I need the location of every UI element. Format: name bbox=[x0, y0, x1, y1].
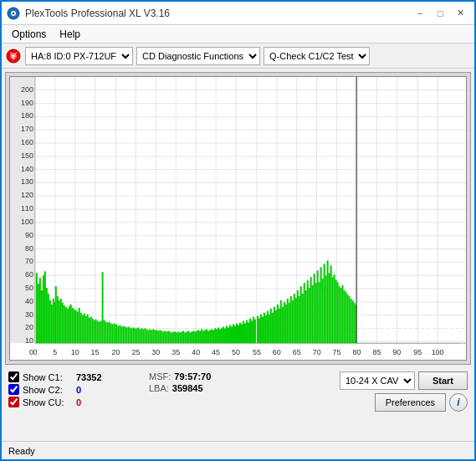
svg-rect-240 bbox=[280, 300, 282, 343]
svg-text:110: 110 bbox=[21, 204, 33, 213]
svg-text:80: 80 bbox=[25, 244, 33, 253]
svg-text:50: 50 bbox=[232, 348, 240, 356]
svg-rect-200 bbox=[212, 330, 214, 343]
drive-selector[interactable]: HA:8 ID:0 PX-712UF bbox=[25, 47, 133, 65]
svg-rect-94 bbox=[38, 284, 39, 343]
svg-rect-186 bbox=[189, 332, 191, 343]
svg-rect-107 bbox=[59, 300, 60, 343]
minimize-button[interactable]: − bbox=[411, 4, 429, 23]
svg-text:150: 150 bbox=[21, 151, 33, 160]
svg-rect-98 bbox=[44, 271, 46, 343]
c1-checkbox[interactable] bbox=[8, 371, 19, 382]
menu-help[interactable]: Help bbox=[53, 27, 87, 42]
svg-rect-246 bbox=[290, 296, 292, 343]
close-button[interactable]: ✕ bbox=[451, 4, 469, 23]
svg-rect-192 bbox=[199, 330, 201, 343]
svg-rect-262 bbox=[317, 270, 319, 343]
svg-rect-116 bbox=[74, 310, 75, 344]
c2-label: Show C2: bbox=[23, 385, 73, 395]
svg-rect-189 bbox=[194, 331, 196, 343]
svg-rect-283 bbox=[352, 300, 354, 343]
svg-rect-110 bbox=[64, 305, 65, 343]
svg-rect-113 bbox=[69, 306, 70, 343]
svg-rect-236 bbox=[274, 307, 275, 343]
svg-text:95: 95 bbox=[413, 348, 422, 356]
svg-rect-201 bbox=[214, 328, 216, 343]
svg-text:100: 100 bbox=[21, 218, 33, 226]
lba-label: LBA: bbox=[149, 383, 169, 393]
svg-text:170: 170 bbox=[21, 125, 33, 133]
svg-rect-278 bbox=[344, 290, 345, 343]
prefs-info-row: Preferences i bbox=[375, 393, 468, 412]
c1-value: 73352 bbox=[76, 372, 102, 382]
svg-rect-181 bbox=[181, 331, 182, 343]
svg-rect-213 bbox=[234, 325, 236, 343]
menu-options[interactable]: Options bbox=[5, 27, 53, 42]
svg-rect-234 bbox=[270, 309, 272, 344]
svg-rect-185 bbox=[187, 330, 189, 343]
test-selector[interactable]: Q-Check C1/C2 Test bbox=[264, 47, 370, 65]
svg-rect-215 bbox=[238, 325, 239, 343]
svg-text:70: 70 bbox=[313, 348, 321, 356]
svg-rect-239 bbox=[279, 309, 280, 344]
preferences-button[interactable]: Preferences bbox=[375, 393, 446, 412]
svg-text:0: 0 bbox=[33, 348, 37, 356]
svg-rect-106 bbox=[57, 296, 59, 343]
svg-rect-177 bbox=[174, 331, 176, 343]
speed-start-row: 10-24 X CAV4 X CLV8 X CLVMaximum Start bbox=[340, 371, 468, 390]
msf-label: MSF: bbox=[149, 371, 171, 382]
svg-rect-218 bbox=[243, 321, 244, 344]
speed-selector[interactable]: 10-24 X CAV4 X CLV8 X CLVMaximum bbox=[340, 371, 415, 390]
svg-rect-176 bbox=[172, 331, 174, 343]
svg-rect-178 bbox=[176, 332, 177, 343]
svg-rect-156 bbox=[139, 329, 141, 343]
svg-rect-209 bbox=[228, 327, 229, 343]
svg-rect-188 bbox=[192, 330, 194, 343]
start-button[interactable]: Start bbox=[418, 371, 468, 390]
svg-rect-183 bbox=[184, 332, 186, 343]
svg-rect-256 bbox=[307, 280, 309, 343]
stats-section: MSF: 79:57:70 LBA: 359845 bbox=[149, 371, 249, 393]
svg-rect-223 bbox=[251, 321, 253, 344]
svg-rect-123 bbox=[85, 316, 87, 344]
menu-bar: Options Help bbox=[2, 25, 474, 44]
cu-row: Show CU: 0 bbox=[8, 397, 142, 407]
svg-text:180: 180 bbox=[21, 111, 33, 120]
svg-rect-103 bbox=[53, 299, 54, 343]
svg-rect-138 bbox=[110, 324, 112, 344]
svg-text:20: 20 bbox=[25, 323, 33, 331]
function-selector[interactable]: CD Diagnostic Functions bbox=[136, 47, 260, 65]
svg-rect-133 bbox=[102, 272, 104, 343]
svg-rect-287 bbox=[356, 77, 466, 343]
right-controls: 10-24 X CAV4 X CLV8 X CLVMaximum Start P… bbox=[340, 371, 468, 412]
svg-text:90: 90 bbox=[25, 231, 33, 239]
svg-rect-135 bbox=[105, 322, 107, 344]
svg-rect-259 bbox=[312, 285, 314, 343]
svg-rect-158 bbox=[142, 329, 144, 343]
svg-rect-238 bbox=[277, 305, 279, 343]
cu-checkbox[interactable] bbox=[8, 397, 19, 407]
svg-rect-260 bbox=[314, 274, 315, 343]
info-button[interactable]: i bbox=[449, 393, 468, 412]
svg-rect-251 bbox=[299, 296, 300, 343]
svg-rect-284 bbox=[353, 303, 355, 343]
svg-rect-112 bbox=[67, 309, 69, 344]
svg-rect-266 bbox=[324, 264, 325, 343]
svg-rect-220 bbox=[246, 320, 248, 344]
svg-rect-281 bbox=[349, 296, 351, 343]
c1-row: Show C1: 73352 bbox=[8, 371, 142, 382]
svg-rect-277 bbox=[342, 285, 344, 343]
svg-rect-172 bbox=[166, 331, 167, 343]
chart-svg: 200 190 180 170 160 150 140 130 120 110 … bbox=[10, 77, 466, 360]
svg-text:45: 45 bbox=[212, 348, 220, 356]
svg-rect-100 bbox=[48, 294, 49, 343]
svg-rect-237 bbox=[275, 310, 277, 344]
c2-checkbox[interactable] bbox=[8, 384, 19, 395]
maximize-button[interactable]: □ bbox=[431, 4, 449, 23]
svg-rect-159 bbox=[144, 328, 146, 343]
svg-rect-117 bbox=[75, 310, 77, 344]
svg-rect-111 bbox=[65, 307, 67, 343]
svg-rect-171 bbox=[164, 330, 166, 343]
svg-text:160: 160 bbox=[21, 138, 33, 146]
svg-rect-179 bbox=[177, 331, 179, 343]
